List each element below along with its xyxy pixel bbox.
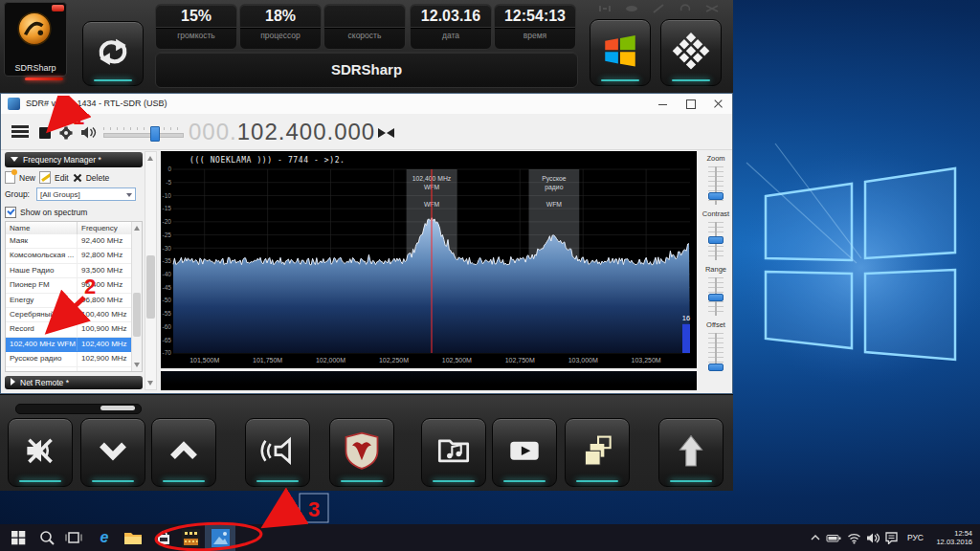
spectrum-panel[interactable]: 0-5-10-15-20-25-30-35-40-45-50-55-60-65-… [161,151,697,368]
mini-skip-icon[interactable] [598,4,612,13]
task-view-button[interactable] [61,528,86,547]
table-row[interactable]: Комсомольская ...92,800 MHz [6,249,131,263]
show-on-spectrum-label: Show on spectrum [20,208,87,217]
scroll-up-icon[interactable] [134,226,140,231]
sound-button[interactable] [245,418,310,487]
scroll-thumb[interactable] [133,293,141,337]
table-row[interactable]: Energy96,800 MHz [6,294,131,308]
sdrsharp-tile[interactable]: SDRSharp [4,2,67,77]
table-row[interactable]: Русское радио102,900 MHz [6,352,131,366]
music-folder-button[interactable] [421,418,486,487]
repeat-button[interactable] [82,21,144,86]
svg-text:103,250M: 103,250M [632,357,661,364]
new-button[interactable]: New [19,173,35,183]
dock-topbar: SDRSharp 15% громкость 18% процессор ско… [0,0,733,95]
app-grid-button[interactable] [660,19,722,86]
scroll-thumb[interactable] [146,255,155,319]
zoom-slider-handle[interactable] [708,192,724,200]
contrast-slider[interactable] [707,220,724,262]
windows-hero-logo [737,105,980,430]
wifi-icon[interactable] [847,532,861,544]
start-stop-button[interactable] [39,127,51,139]
widget-value [324,8,405,27]
table-row[interactable]: Европа Плюс103,900 MHz [6,367,131,371]
copy-windows-button[interactable] [565,418,630,487]
scroll-up-icon[interactable] [147,156,153,161]
table-scrollbar[interactable] [131,222,142,371]
scroll-down-icon[interactable] [134,363,140,367]
group-dropdown[interactable]: [All Groups] [36,187,136,201]
language-indicator[interactable]: РУС [907,533,924,542]
menu-icon[interactable] [11,125,29,139]
channel-down-button[interactable] [80,418,145,487]
svg-text:радио: радио [545,184,563,191]
frequency-display[interactable]: 000.102.400.000 [189,119,375,145]
volume-handle[interactable] [150,126,160,142]
edge-button[interactable]: e [92,528,117,547]
search-icon [38,529,56,546]
range-slider[interactable] [707,276,724,318]
audio-speaker-icon[interactable] [80,125,97,140]
contrast-slider-handle[interactable] [708,236,724,244]
tile-close-icon[interactable] [52,5,64,11]
svg-text:-5: -5 [166,179,171,186]
table-row[interactable]: Record100,900 MHz [6,322,131,337]
dock-slider[interactable] [15,404,142,414]
volume-slider[interactable] [103,127,182,139]
table-row[interactable]: Пионер FM96,400 MHz [6,278,131,293]
start-button[interactable] [6,528,31,547]
stacked-windows-icon [577,430,617,471]
svg-text:((( NOEKLAMA ))) - 7744 - >)2.: ((( NOEKLAMA ))) - 7744 - >)2. [189,156,345,165]
windows-start-widget-button[interactable] [590,19,651,86]
channel-up-button[interactable] [151,418,216,487]
net-remote-header[interactable]: Net Remote * [5,376,143,389]
offset-slider[interactable] [707,331,724,373]
close-button[interactable] [704,94,732,114]
widget-volume: 15% громкость [155,4,237,50]
settings-gear-icon[interactable] [58,125,74,141]
window-titlebar[interactable]: SDR# v1.0.0.1434 - RTL-SDR (USB) [1,94,732,115]
mini-loop-icon[interactable] [679,4,692,13]
action-center-icon[interactable] [884,531,899,544]
svg-text:103,000M: 103,000M [568,357,598,364]
move-up-button[interactable] [658,418,724,487]
dodge-app-button[interactable] [329,418,394,487]
table-header[interactable]: Name Frequency [6,222,142,235]
search-button[interactable] [34,528,59,547]
maximize-button[interactable] [677,94,704,114]
frequency-snap-icon[interactable] [378,127,397,139]
taskbar-sdrsharp-button[interactable] [178,528,203,547]
waterfall-panel[interactable] [161,371,697,390]
zoom-slider[interactable] [707,165,724,207]
minimize-button[interactable] [649,94,677,114]
panel-scrollbar[interactable] [145,151,157,390]
taskbar-photos-button[interactable] [208,528,233,547]
mini-seek-icon[interactable] [652,4,665,13]
scroll-down-icon[interactable] [147,381,153,386]
battery-icon[interactable] [826,532,842,544]
spectrum-plot[interactable]: 0-5-10-15-20-25-30-35-40-45-50-55-60-65-… [161,151,697,368]
mini-shuffle-icon[interactable] [705,4,719,13]
column-name[interactable]: Name [6,222,78,234]
table-row[interactable]: 102,400 MHz WFM102,400 MHz [6,338,131,352]
volume-tray-icon[interactable] [866,532,880,544]
tray-chevron-up-icon[interactable] [810,532,821,543]
range-slider-handle[interactable] [708,294,724,301]
taskbar-clock[interactable]: 12:54 12.03.2016 [930,529,972,546]
edit-button[interactable]: Edit [55,173,69,183]
mute-button[interactable] [8,418,73,487]
table-row[interactable]: Наше Радио93,500 MHz [6,264,131,278]
delete-button[interactable]: Delete [86,173,110,183]
store-bag-icon [155,529,172,546]
store-button[interactable] [151,528,176,547]
column-frequency[interactable]: Frequency [78,222,131,234]
table-row[interactable]: Маяк92,400 MHz [6,234,131,249]
offset-slider-handle[interactable] [708,364,724,371]
play-button[interactable] [492,418,557,487]
file-explorer-button[interactable] [121,528,145,547]
dock-slider-thumb[interactable] [100,406,135,410]
frequency-manager-header[interactable]: Frequency Manager * [5,152,143,167]
show-on-spectrum-checkbox[interactable] [5,207,16,218]
table-row[interactable]: Серебряный д...100,400 MHz [6,308,131,322]
mini-eject-icon[interactable] [625,4,638,13]
